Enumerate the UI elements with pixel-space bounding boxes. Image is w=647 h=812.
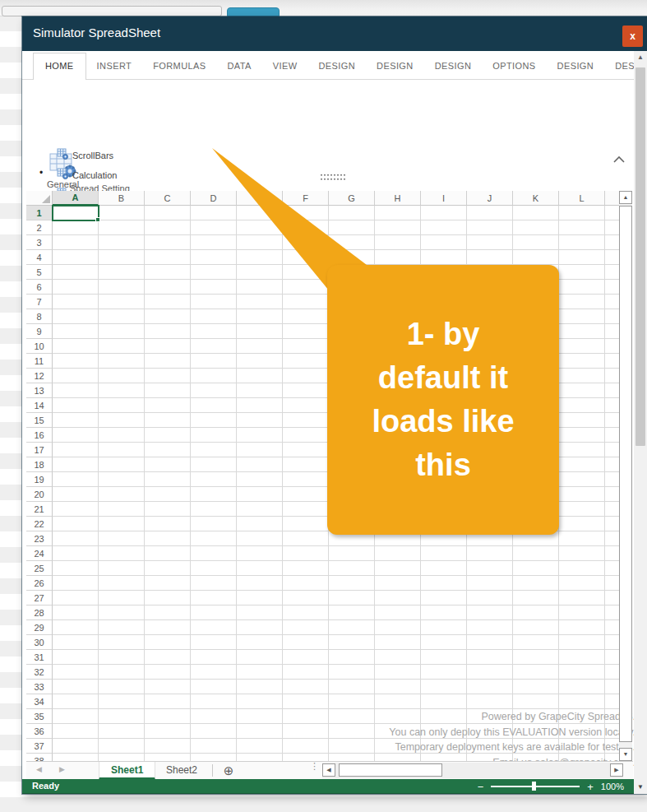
row-header-18[interactable]: 18 bbox=[26, 457, 53, 472]
ribbon-tab-formulas[interactable]: FORMULAS bbox=[142, 53, 216, 79]
column-header-g[interactable]: G bbox=[329, 191, 375, 206]
row-header-11[interactable]: 11 bbox=[26, 354, 53, 369]
ribbon-tab-insert[interactable]: INSERT bbox=[86, 53, 143, 79]
grid-horizontal-scrollbar[interactable]: ◀ ▶ bbox=[322, 763, 623, 778]
close-button[interactable]: x bbox=[622, 26, 643, 47]
table-calc-icon bbox=[57, 168, 68, 183]
row-header-2[interactable]: 2 bbox=[26, 220, 53, 235]
fill-handle[interactable] bbox=[95, 217, 100, 222]
row-header-12[interactable]: 12 bbox=[26, 369, 53, 383]
row-header-23[interactable]: 23 bbox=[26, 531, 53, 546]
chevron-up-icon[interactable] bbox=[612, 152, 627, 164]
scroll-left-icon[interactable]: ◀ bbox=[322, 763, 335, 777]
add-sheet-icon[interactable]: ⊕ bbox=[222, 764, 235, 777]
row-header-19[interactable]: 19 bbox=[26, 472, 53, 487]
sheet-tab-sheet1[interactable]: Sheet1 bbox=[99, 762, 155, 780]
ribbon-tab-home[interactable]: HOME bbox=[33, 53, 86, 80]
dotted-resize-handle[interactable] bbox=[321, 174, 345, 180]
sheet-nav-left-icon[interactable]: ◀ bbox=[36, 765, 42, 773]
active-cell-a1[interactable] bbox=[52, 205, 99, 221]
row-header-13[interactable]: 13 bbox=[26, 383, 53, 398]
row-header-30[interactable]: 30 bbox=[26, 635, 53, 650]
ribbon-tab-design[interactable]: DESIGN bbox=[547, 53, 605, 79]
row-header-28[interactable]: 28 bbox=[26, 606, 53, 620]
row-header-36[interactable]: 36 bbox=[26, 724, 53, 739]
window-scroll-down-icon[interactable]: ▼ bbox=[634, 781, 647, 794]
row-header-4[interactable]: 4 bbox=[26, 250, 53, 265]
grid-vscroll-thumb[interactable] bbox=[619, 206, 632, 742]
sheet-nav-right-icon[interactable]: ▶ bbox=[59, 765, 65, 773]
row-header-15[interactable]: 15 bbox=[26, 413, 53, 428]
column-header-e[interactable]: E bbox=[237, 191, 283, 206]
row-header-24[interactable]: 24 bbox=[26, 546, 53, 561]
ribbon-tab-view[interactable]: VIEW bbox=[262, 53, 308, 79]
background-top-chrome bbox=[0, 0, 647, 16]
row-header-31[interactable]: 31 bbox=[26, 650, 53, 665]
row-header-6[interactable]: 6 bbox=[26, 280, 53, 295]
background-run-button[interactable] bbox=[227, 7, 280, 16]
tabstrip-gripper-icon[interactable]: ⋮ bbox=[310, 764, 313, 777]
row-header-5[interactable]: 5 bbox=[26, 265, 53, 280]
background-input-field[interactable] bbox=[2, 6, 222, 16]
window-vscroll-thumb[interactable] bbox=[635, 67, 645, 446]
row-header-37[interactable]: 37 bbox=[26, 739, 53, 754]
column-header-i[interactable]: I bbox=[421, 191, 467, 206]
watermark-line: Powered by GrapeCity SpreadJS. bbox=[79, 709, 635, 725]
column-header-f[interactable]: F bbox=[283, 191, 329, 206]
row-header-3[interactable]: 3 bbox=[26, 235, 53, 250]
column-header-j[interactable]: J bbox=[467, 191, 513, 206]
ribbon-tab-bar: HOMEINSERTFORMULASDATAVIEWDESIGNDESIGNDE… bbox=[22, 51, 634, 80]
column-header-partial[interactable] bbox=[605, 191, 619, 206]
scroll-up-icon[interactable]: ▲ bbox=[619, 191, 632, 204]
column-header-h[interactable]: H bbox=[375, 191, 421, 206]
row-header-26[interactable]: 26 bbox=[26, 576, 53, 591]
row-header-8[interactable]: 8 bbox=[26, 309, 53, 324]
ribbon-tab-design[interactable]: DESIGN bbox=[366, 53, 424, 79]
ribbon-tab-design[interactable]: DESIGN bbox=[308, 53, 367, 79]
ribbon-tab-data[interactable]: DATA bbox=[216, 53, 261, 79]
row-header-21[interactable]: 21 bbox=[26, 502, 53, 517]
row-header-22[interactable]: 22 bbox=[26, 517, 53, 531]
row-header-35[interactable]: 35 bbox=[26, 709, 53, 724]
row-header-27[interactable]: 27 bbox=[26, 591, 53, 606]
row-header-29[interactable]: 29 bbox=[26, 620, 53, 635]
row-header-38[interactable]: 38 bbox=[26, 754, 53, 761]
row-header-14[interactable]: 14 bbox=[26, 398, 53, 413]
ribbon-tab-design[interactable]: DESIGN bbox=[424, 53, 483, 79]
column-header-c[interactable]: C bbox=[145, 191, 191, 206]
select-all-corner[interactable] bbox=[26, 191, 53, 206]
ribbon-item-scrollbars[interactable]: ScrollBars bbox=[57, 149, 113, 162]
column-headers: ABCDEFGHIJKL bbox=[53, 191, 619, 206]
zoom-slider[interactable] bbox=[491, 786, 580, 787]
grid-cells[interactable]: Powered by GrapeCity SpreadJS.You can on… bbox=[53, 206, 619, 761]
column-header-d[interactable]: D bbox=[191, 191, 237, 206]
grid-vertical-scrollbar[interactable]: ▲ ▼ bbox=[619, 191, 632, 761]
column-header-l[interactable]: L bbox=[559, 191, 605, 206]
sheet-tab-sheet2[interactable]: Sheet2 bbox=[155, 762, 209, 780]
window-vertical-scrollbar[interactable]: ▲ ▼ bbox=[634, 51, 647, 794]
column-header-k[interactable]: K bbox=[513, 191, 559, 206]
zoom-in-button[interactable]: + bbox=[587, 781, 594, 793]
row-header-20[interactable]: 20 bbox=[26, 487, 53, 502]
ribbon-item-label: ScrollBars bbox=[72, 151, 113, 160]
zoom-slider-thumb[interactable] bbox=[532, 782, 536, 791]
row-header-10[interactable]: 10 bbox=[26, 339, 53, 354]
row-header-16[interactable]: 16 bbox=[26, 428, 53, 443]
row-header-32[interactable]: 32 bbox=[26, 665, 53, 680]
zoom-out-button[interactable]: − bbox=[478, 781, 484, 793]
column-header-b[interactable]: B bbox=[99, 191, 145, 206]
row-header-17[interactable]: 17 bbox=[26, 443, 53, 457]
grid-hscroll-thumb[interactable] bbox=[339, 763, 442, 777]
column-header-a[interactable]: A bbox=[53, 191, 99, 206]
row-header-33[interactable]: 33 bbox=[26, 680, 53, 694]
row-header-9[interactable]: 9 bbox=[26, 324, 53, 339]
row-header-7[interactable]: 7 bbox=[26, 295, 53, 309]
row-header-25[interactable]: 25 bbox=[26, 561, 53, 576]
scroll-down-icon[interactable]: ▼ bbox=[619, 748, 632, 761]
row-header-1[interactable]: 1 bbox=[26, 206, 53, 220]
ribbon-tab-options[interactable]: OPTIONS bbox=[482, 53, 546, 79]
scroll-right-icon[interactable]: ▶ bbox=[610, 763, 623, 777]
window-scroll-up-icon[interactable]: ▲ bbox=[634, 51, 647, 64]
ribbon-item-calculation[interactable]: Calculation bbox=[57, 169, 117, 182]
row-header-34[interactable]: 34 bbox=[26, 694, 53, 709]
